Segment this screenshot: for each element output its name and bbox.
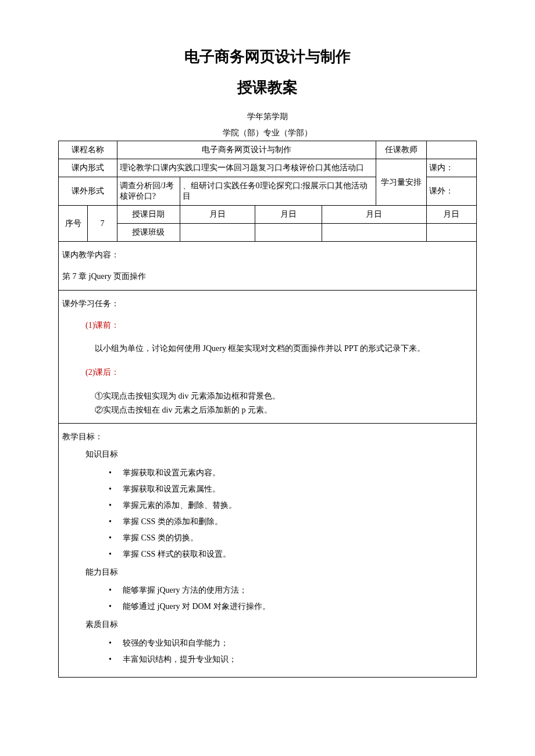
bullet-icon: •	[109, 651, 123, 668]
teacher-label: 任课教师	[376, 141, 426, 159]
bullet-icon: •	[109, 582, 123, 599]
inclass-content-label: 课内教学内容：	[62, 248, 473, 263]
bullet-icon: •	[109, 481, 123, 497]
list-item: •掌握元素的添加、删除、替换。	[62, 497, 473, 514]
post-item-2: ②实现点击按钮在 div 元素之后添加新的 p 元素。	[62, 404, 473, 417]
bullet-icon: •	[109, 497, 123, 514]
bullet-icon: •	[109, 465, 123, 481]
inclass-form-value: 理论教学口课内实践口理实一体回习题复习口考核评价口其他活动口	[117, 159, 376, 177]
seq-label: 序号	[59, 206, 88, 242]
list-item: •掌握 CSS 类的添加和删除。	[62, 514, 473, 530]
quality-item: 丰富知识结构，提升专业知识；	[123, 651, 237, 668]
quality-item: 较强的专业知识和自学能力；	[123, 635, 229, 651]
inclass-content-block: 课内教学内容： 第 7 章 jQuery 页面操作	[58, 242, 477, 291]
goals-block: 教学目标： 知识目标 •掌握获取和设置元素内容。 •掌握获取和设置元素属性。 •…	[58, 424, 477, 678]
knowledge-item: 掌握 CSS 类的切换。	[123, 530, 198, 546]
date-label: 授课日期	[117, 206, 180, 224]
semester-line: 学年第学期	[58, 112, 477, 122]
class-3	[322, 224, 426, 242]
bullet-icon: •	[109, 530, 123, 546]
knowledge-item: 掌握获取和设置元素属性。	[123, 481, 220, 497]
bullet-icon: •	[109, 635, 123, 651]
date-1: 月日	[180, 206, 255, 224]
seq-value: 7	[88, 206, 117, 242]
outclass-task-block: 课外学习任务： (1)课前： 以小组为单位，讨论如何使用 JQuery 框架实现…	[58, 291, 477, 423]
list-item: •能够通过 jQuery 对 DOM 对象进行操作。	[62, 599, 473, 615]
class-label: 授课班级	[117, 224, 180, 242]
post-label: (2)课后：	[62, 365, 473, 381]
bullet-icon: •	[109, 546, 123, 562]
ability-item: 能够通过 jQuery 对 DOM 对象进行操作。	[123, 599, 270, 615]
goals-label: 教学目标：	[62, 429, 473, 445]
knowledge-label: 知识目标	[62, 447, 473, 463]
list-item: •较强的专业知识和自学能力；	[62, 635, 473, 651]
inclass-form-label: 课内形式	[59, 159, 117, 177]
header-table: 课程名称 电子商务网页设计与制作 任课教师 课内形式 理论教学口课内实践口理实一…	[58, 141, 477, 242]
bullet-icon: •	[109, 514, 123, 530]
ability-item: 能够掌握 jQuery 方法的使用方法；	[123, 582, 247, 599]
list-item: •能够掌握 jQuery 方法的使用方法；	[62, 582, 473, 599]
outclass-form-label: 课外形式	[59, 177, 117, 206]
knowledge-item: 掌握获取和设置元素内容。	[123, 465, 220, 481]
list-item: •掌握 CSS 类的切换。	[62, 530, 473, 546]
date-2: 月日	[255, 206, 322, 224]
date-3: 月日	[322, 206, 426, 224]
ability-label: 能力目标	[62, 565, 473, 581]
course-name-label: 课程名称	[59, 141, 117, 159]
pre-label: (1)课前：	[62, 318, 473, 334]
class-4	[426, 224, 476, 242]
class-2	[255, 224, 322, 242]
list-item: •掌握获取和设置元素属性。	[62, 481, 473, 497]
bullet-icon: •	[109, 599, 123, 615]
date-4: 月日	[426, 206, 476, 224]
class-1	[180, 224, 255, 242]
course-name-value: 电子商务网页设计与制作	[117, 141, 376, 159]
post-item-1: ①实现点击按钮实现为 div 元素添加边框和背景色。	[62, 389, 473, 404]
main-title: 电子商务网页设计与制作	[58, 46, 477, 67]
college-line: 学院（部）专业（学部）	[58, 128, 477, 138]
outclass-task-label: 课外学习任务：	[62, 296, 473, 312]
list-item: •丰富知识结构，提升专业知识；	[62, 651, 473, 668]
teacher-value	[426, 141, 476, 159]
inclass-hours: 课内：	[426, 159, 476, 177]
inclass-content-text: 第 7 章 jQuery 页面操作	[62, 269, 473, 285]
workload-label: 学习量安排	[376, 159, 426, 206]
knowledge-item: 掌握 CSS 类的添加和删除。	[123, 514, 223, 530]
outclass-form-value-b: 、组研讨口实践任务0理论探究口:报展示口其他活动目	[180, 177, 376, 206]
outclass-form-value-a: 调查分析回/J考核评价口?	[117, 177, 180, 206]
list-item: •掌握 CSS 样式的获取和设置。	[62, 546, 473, 562]
pre-text: 以小组为单位，讨论如何使用 JQuery 框架实现对文档的页面操作并以 PPT …	[62, 341, 473, 357]
knowledge-item: 掌握 CSS 样式的获取和设置。	[123, 546, 231, 562]
quality-label: 素质目标	[62, 617, 473, 633]
knowledge-item: 掌握元素的添加、删除、替换。	[123, 497, 237, 514]
sub-title: 授课教案	[58, 77, 477, 98]
outclass-hours: 课外：	[426, 177, 476, 206]
list-item: •掌握获取和设置元素内容。	[62, 465, 473, 481]
